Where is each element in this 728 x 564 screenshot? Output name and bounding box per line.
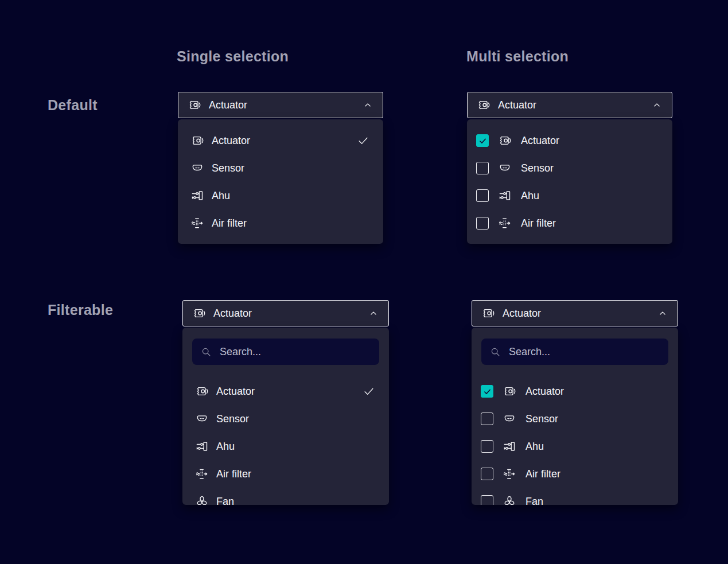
sensor-icon [498, 161, 512, 175]
actuator-icon [477, 98, 490, 112]
option-label: Actuator [521, 135, 559, 147]
option-label: Fan [216, 496, 234, 505]
option-label: Air filter [216, 468, 251, 480]
search-input[interactable] [509, 346, 660, 358]
chevron-up-icon [362, 99, 373, 111]
dropdown-panel: Actuator Sensor Ahu Air filter [178, 119, 383, 244]
option-air-filter[interactable]: Air filter [182, 460, 389, 488]
sensor-icon [503, 412, 516, 426]
option-label: Air filter [525, 468, 560, 480]
dropdown-multi-default: Actuator Actuator Sensor Ahu Air filter [467, 92, 672, 244]
actuator-icon [195, 384, 209, 398]
select-value: Actuator [209, 99, 247, 111]
select-trigger[interactable]: Actuator [178, 92, 383, 118]
select-value: Actuator [498, 99, 536, 111]
actuator-icon [192, 306, 206, 320]
option-label: Actuator [212, 135, 250, 147]
check-icon [357, 134, 369, 147]
fan-icon [195, 495, 209, 505]
air-filter-icon [195, 467, 209, 481]
option-sensor[interactable]: Sensor [472, 405, 678, 433]
option-actuator[interactable]: Actuator [467, 127, 672, 154]
dropdown-panel: Actuator Sensor Ahu Air filter Fan [472, 328, 678, 505]
option-sensor[interactable]: Sensor [182, 405, 389, 433]
column-header-single-selection: Single selection [177, 48, 289, 65]
ahu-icon [195, 439, 209, 453]
option-label: Air filter [212, 217, 247, 230]
option-label: Actuator [525, 386, 564, 398]
option-ahu[interactable]: Ahu [467, 182, 672, 209]
sensor-icon [190, 161, 204, 175]
checkbox-unchecked[interactable] [481, 468, 493, 480]
dropdown-single-default: Actuator Actuator Sensor Ahu Air filter [178, 92, 383, 244]
option-actuator[interactable]: Actuator [178, 127, 383, 154]
checkbox-unchecked[interactable] [481, 413, 493, 425]
dropdown-panel: Actuator Sensor Ahu Air filter Fan [182, 328, 389, 505]
option-ahu[interactable]: Ahu [182, 433, 389, 460]
magnifier-icon [200, 346, 212, 358]
check-icon [478, 137, 487, 145]
option-label: Ahu [212, 190, 230, 202]
dropdown-single-filterable: Actuator Actuator Sensor Ahu [182, 300, 389, 505]
air-filter-icon [190, 216, 204, 230]
option-label: Air filter [521, 217, 556, 230]
option-label: Actuator [216, 386, 255, 398]
checkbox-unchecked[interactable] [481, 440, 493, 453]
air-filter-icon [498, 216, 512, 230]
option-label: Sensor [521, 162, 554, 174]
select-value: Actuator [213, 308, 252, 320]
option-label: Fan [525, 496, 543, 505]
checkbox-unchecked[interactable] [476, 189, 489, 202]
check-icon [363, 385, 375, 398]
actuator-icon [481, 306, 495, 320]
option-list: Actuator Sensor Ahu Air filter Fan [182, 378, 389, 505]
dropdown-panel: Actuator Sensor Ahu Air filter [467, 119, 672, 244]
checkbox-unchecked[interactable] [481, 495, 493, 505]
column-header-multi-selection: Multi selection [466, 48, 569, 65]
option-ahu[interactable]: Ahu [472, 433, 678, 460]
option-fan[interactable]: Fan [472, 488, 678, 505]
dropdown-multi-filterable: Actuator Actuator Sensor [472, 300, 678, 505]
actuator-icon [190, 134, 204, 147]
sensor-icon [195, 412, 209, 426]
option-sensor[interactable]: Sensor [178, 154, 383, 182]
select-trigger[interactable]: Actuator [467, 92, 672, 118]
option-ahu[interactable]: Ahu [178, 182, 383, 209]
ahu-icon [503, 439, 516, 453]
option-fan[interactable]: Fan [182, 488, 389, 505]
chevron-up-icon [651, 99, 663, 111]
option-air-filter[interactable]: Air filter [472, 460, 678, 488]
chevron-up-icon [657, 308, 668, 319]
search-input[interactable] [220, 346, 371, 358]
actuator-icon [503, 384, 516, 398]
option-sensor[interactable]: Sensor [467, 154, 672, 182]
fan-icon [503, 495, 516, 505]
option-actuator[interactable]: Actuator [182, 378, 389, 405]
option-label: Ahu [521, 190, 539, 202]
row-label-default: Default [48, 97, 98, 114]
checkbox-unchecked[interactable] [476, 162, 489, 174]
option-list: Actuator Sensor Ahu Air filter Fan [472, 378, 678, 505]
check-icon [483, 387, 492, 396]
magnifier-icon [489, 346, 501, 358]
option-label: Sensor [525, 413, 558, 425]
ahu-icon [190, 189, 204, 203]
checkbox-checked[interactable] [476, 134, 489, 147]
select-trigger[interactable]: Actuator [182, 300, 389, 326]
search-box [481, 339, 668, 365]
option-air-filter[interactable]: Air filter [178, 209, 383, 237]
search-box [192, 339, 379, 365]
actuator-icon [188, 98, 201, 112]
option-label: Ahu [216, 441, 235, 453]
option-air-filter[interactable]: Air filter [467, 209, 672, 237]
option-actuator[interactable]: Actuator [472, 378, 678, 405]
select-trigger[interactable]: Actuator [472, 300, 678, 326]
chevron-up-icon [368, 308, 379, 319]
checkbox-checked[interactable] [481, 385, 493, 398]
checkbox-unchecked[interactable] [476, 217, 489, 230]
option-label: Sensor [212, 162, 244, 174]
air-filter-icon [503, 467, 516, 481]
actuator-icon [498, 134, 512, 147]
ahu-icon [498, 189, 512, 203]
row-label-filterable: Filterable [48, 302, 113, 318]
